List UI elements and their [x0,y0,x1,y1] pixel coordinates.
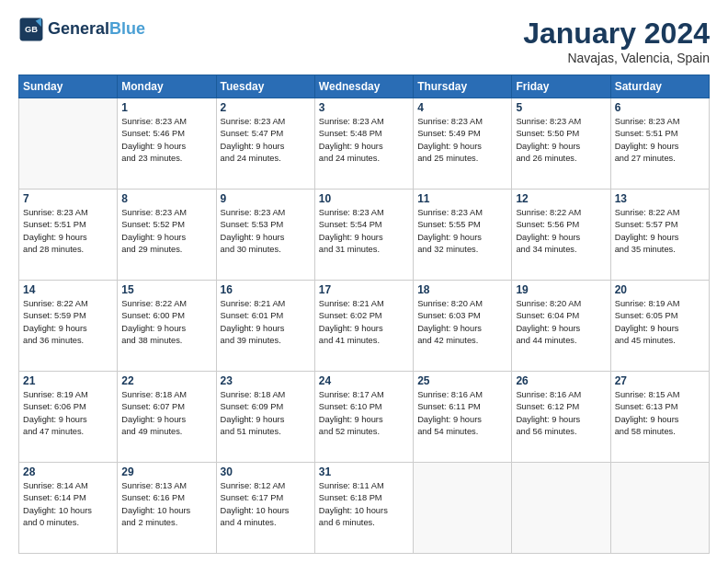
calendar-header-row: SundayMondayTuesdayWednesdayThursdayFrid… [19,75,710,98]
calendar-cell: 18Sunrise: 8:20 AM Sunset: 6:03 PM Dayli… [414,281,512,372]
calendar-cell: 16Sunrise: 8:21 AM Sunset: 6:01 PM Dayli… [216,281,314,372]
day-number: 24 [319,374,409,387]
calendar-cell [610,463,709,554]
day-info: Sunrise: 8:12 AM Sunset: 6:17 PM Dayligh… [221,480,311,530]
day-number: 29 [121,465,211,478]
day-number: 15 [121,283,211,296]
day-info: Sunrise: 8:18 AM Sunset: 6:07 PM Dayligh… [121,389,211,439]
day-info: Sunrise: 8:20 AM Sunset: 6:03 PM Dayligh… [417,298,507,348]
calendar-cell: 5Sunrise: 8:23 AM Sunset: 5:50 PM Daylig… [512,98,610,190]
day-number: 16 [221,283,311,296]
day-number: 27 [615,374,705,387]
col-header-monday: Monday [118,75,216,98]
day-info: Sunrise: 8:19 AM Sunset: 6:05 PM Dayligh… [615,298,705,348]
calendar-cell: 13Sunrise: 8:22 AM Sunset: 5:57 PM Dayli… [610,190,709,281]
day-number: 6 [615,101,705,114]
col-header-saturday: Saturday [610,75,709,98]
subtitle: Navajas, Valencia, Spain [523,51,710,65]
day-number: 9 [221,192,311,205]
day-info: Sunrise: 8:23 AM Sunset: 5:46 PM Dayligh… [121,116,211,166]
calendar-cell: 6Sunrise: 8:23 AM Sunset: 5:51 PM Daylig… [610,98,709,190]
day-info: Sunrise: 8:16 AM Sunset: 6:11 PM Dayligh… [417,389,507,439]
day-number: 18 [417,283,507,296]
logo-icon: GB [18,17,44,42]
calendar-cell: 4Sunrise: 8:23 AM Sunset: 5:49 PM Daylig… [414,98,512,190]
calendar-cell: 15Sunrise: 8:22 AM Sunset: 6:00 PM Dayli… [118,281,216,372]
day-info: Sunrise: 8:23 AM Sunset: 5:47 PM Dayligh… [221,116,311,166]
col-header-thursday: Thursday [414,75,512,98]
day-number: 3 [319,101,409,114]
calendar-cell [414,463,512,554]
day-number: 23 [221,374,311,387]
day-info: Sunrise: 8:22 AM Sunset: 6:00 PM Dayligh… [121,298,211,348]
calendar-cell [19,98,118,190]
calendar-table: SundayMondayTuesdayWednesdayThursdayFrid… [18,75,710,554]
day-number: 31 [319,465,409,478]
day-info: Sunrise: 8:22 AM Sunset: 5:57 PM Dayligh… [615,207,705,257]
day-number: 5 [516,101,606,114]
calendar-cell: 8Sunrise: 8:23 AM Sunset: 5:52 PM Daylig… [118,190,216,281]
day-number: 10 [319,192,409,205]
calendar-cell [512,463,610,554]
svg-text:GB: GB [25,25,38,34]
logo: GB GeneralBlue [18,17,145,42]
day-info: Sunrise: 8:23 AM Sunset: 5:50 PM Dayligh… [516,116,606,166]
calendar-cell: 11Sunrise: 8:23 AM Sunset: 5:55 PM Dayli… [414,190,512,281]
day-number: 25 [417,374,507,387]
calendar-week-4: 21Sunrise: 8:19 AM Sunset: 6:06 PM Dayli… [19,372,710,463]
calendar-cell: 28Sunrise: 8:14 AM Sunset: 6:14 PM Dayli… [19,463,118,554]
day-number: 2 [221,101,311,114]
day-number: 1 [121,101,211,114]
page: GB GeneralBlue January 2024 Navajas, Val… [0,0,728,563]
calendar-cell: 20Sunrise: 8:19 AM Sunset: 6:05 PM Dayli… [610,281,709,372]
day-info: Sunrise: 8:22 AM Sunset: 5:56 PM Dayligh… [516,207,606,257]
col-header-wednesday: Wednesday [314,75,413,98]
calendar-cell: 22Sunrise: 8:18 AM Sunset: 6:07 PM Dayli… [118,372,216,463]
day-number: 22 [121,374,211,387]
day-number: 11 [417,192,507,205]
day-info: Sunrise: 8:23 AM Sunset: 5:53 PM Dayligh… [221,207,311,257]
day-number: 4 [417,101,507,114]
day-number: 26 [516,374,606,387]
day-number: 17 [319,283,409,296]
day-info: Sunrise: 8:14 AM Sunset: 6:14 PM Dayligh… [23,480,113,530]
day-number: 21 [23,374,113,387]
calendar-cell: 27Sunrise: 8:15 AM Sunset: 6:13 PM Dayli… [610,372,709,463]
day-number: 28 [23,465,113,478]
header: GB GeneralBlue January 2024 Navajas, Val… [18,17,710,65]
calendar-cell: 30Sunrise: 8:12 AM Sunset: 6:17 PM Dayli… [216,463,314,554]
logo-text: GeneralBlue [48,20,145,39]
calendar-cell: 29Sunrise: 8:13 AM Sunset: 6:16 PM Dayli… [118,463,216,554]
day-number: 20 [615,283,705,296]
day-number: 8 [121,192,211,205]
day-info: Sunrise: 8:21 AM Sunset: 6:01 PM Dayligh… [221,298,311,348]
calendar-cell: 23Sunrise: 8:18 AM Sunset: 6:09 PM Dayli… [216,372,314,463]
calendar-week-3: 14Sunrise: 8:22 AM Sunset: 5:59 PM Dayli… [19,281,710,372]
day-info: Sunrise: 8:20 AM Sunset: 6:04 PM Dayligh… [516,298,606,348]
day-info: Sunrise: 8:22 AM Sunset: 5:59 PM Dayligh… [23,298,113,348]
day-info: Sunrise: 8:16 AM Sunset: 6:12 PM Dayligh… [516,389,606,439]
calendar-cell: 26Sunrise: 8:16 AM Sunset: 6:12 PM Dayli… [512,372,610,463]
calendar-cell: 24Sunrise: 8:17 AM Sunset: 6:10 PM Dayli… [314,372,413,463]
calendar-cell: 1Sunrise: 8:23 AM Sunset: 5:46 PM Daylig… [118,98,216,190]
day-info: Sunrise: 8:17 AM Sunset: 6:10 PM Dayligh… [319,389,409,439]
day-info: Sunrise: 8:21 AM Sunset: 6:02 PM Dayligh… [319,298,409,348]
day-number: 7 [23,192,113,205]
day-info: Sunrise: 8:13 AM Sunset: 6:16 PM Dayligh… [121,480,211,530]
day-info: Sunrise: 8:18 AM Sunset: 6:09 PM Dayligh… [221,389,311,439]
calendar-week-5: 28Sunrise: 8:14 AM Sunset: 6:14 PM Dayli… [19,463,710,554]
day-info: Sunrise: 8:11 AM Sunset: 6:18 PM Dayligh… [319,480,409,530]
calendar-week-2: 7Sunrise: 8:23 AM Sunset: 5:51 PM Daylig… [19,190,710,281]
day-number: 14 [23,283,113,296]
day-info: Sunrise: 8:23 AM Sunset: 5:48 PM Dayligh… [319,116,409,166]
calendar-cell: 17Sunrise: 8:21 AM Sunset: 6:02 PM Dayli… [314,281,413,372]
day-number: 30 [221,465,311,478]
day-info: Sunrise: 8:23 AM Sunset: 5:54 PM Dayligh… [319,207,409,257]
calendar-cell: 10Sunrise: 8:23 AM Sunset: 5:54 PM Dayli… [314,190,413,281]
col-header-tuesday: Tuesday [216,75,314,98]
calendar-cell: 7Sunrise: 8:23 AM Sunset: 5:51 PM Daylig… [19,190,118,281]
calendar-cell: 3Sunrise: 8:23 AM Sunset: 5:48 PM Daylig… [314,98,413,190]
calendar-cell: 2Sunrise: 8:23 AM Sunset: 5:47 PM Daylig… [216,98,314,190]
day-info: Sunrise: 8:15 AM Sunset: 6:13 PM Dayligh… [615,389,705,439]
col-header-sunday: Sunday [19,75,118,98]
